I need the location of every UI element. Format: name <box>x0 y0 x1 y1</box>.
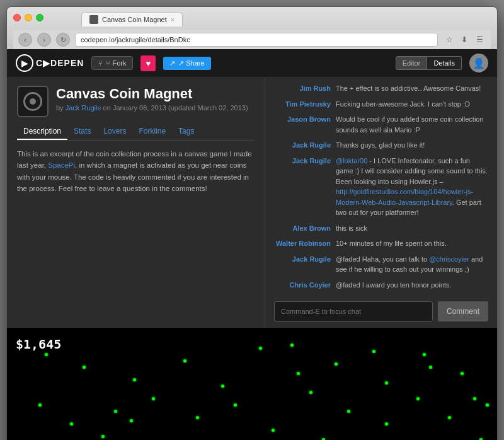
browser-tab[interactable]: Canvas Coin Magnet × <box>81 12 183 26</box>
fork-icon: ⑂ <box>98 59 103 67</box>
settings-icon[interactable]: ☰ <box>473 33 486 46</box>
comment-author: Tim Pietrusky <box>274 99 331 110</box>
pen-by: by <box>56 104 64 112</box>
coin <box>130 419 133 422</box>
comment-text: @faded Haha, you can talk to @chriscoyie… <box>336 254 488 275</box>
comment-author: Chris Coyier <box>274 280 331 291</box>
comment-author: Walter Robinson <box>274 238 331 249</box>
comments-list: Jim Rush The + effect is so addictive.. … <box>274 83 488 295</box>
howler-link[interactable]: http://goldfirestudios.com/blog/104/howl… <box>336 188 473 206</box>
coin <box>259 347 262 350</box>
comment-author: Alex Brown <box>274 223 331 234</box>
comment-submit-button[interactable]: Comment <box>438 301 488 321</box>
coin <box>133 378 136 381</box>
pen-description: This is an excerpt of the coin collectio… <box>17 148 255 195</box>
canvas-area[interactable]: $1,645 <box>7 328 497 440</box>
download-icon[interactable]: ⬇ <box>458 33 471 46</box>
comment-author: Jack Rugile <box>274 254 331 275</box>
pen-header: Canvas Coin Magnet by Jack Rugile on Jan… <box>17 86 255 117</box>
coin <box>152 397 155 400</box>
pen-title: Canvas Coin Magnet <box>56 86 248 102</box>
maximize-button[interactable] <box>36 14 43 21</box>
forward-button[interactable]: › <box>37 33 51 47</box>
pen-icon-dot <box>30 98 36 105</box>
coin <box>45 353 48 356</box>
minimize-button[interactable] <box>25 14 32 21</box>
left-panel: Canvas Coin Magnet by Jack Rugile on Jan… <box>7 77 265 328</box>
comment-item: Tim Pietrusky Fucking uber-awesome Jack.… <box>274 99 488 110</box>
pen-author-link[interactable]: Jack Rugile <box>66 104 101 112</box>
back-button[interactable]: ‹ <box>18 33 32 47</box>
comment-text: Fucking uber-awesome Jack. I can't stop … <box>336 99 470 110</box>
coin <box>309 391 312 394</box>
comment-text: The + effect is so addictive.. Awesome C… <box>336 83 481 94</box>
coin <box>429 366 432 369</box>
comment-input[interactable] <box>274 301 433 321</box>
comment-author: Jack Rugile <box>274 156 331 218</box>
tab-description[interactable]: Description <box>17 124 67 140</box>
fork-button[interactable]: ⑂ ⑂ Fork <box>91 56 133 70</box>
coin <box>347 410 350 413</box>
coin <box>83 366 86 369</box>
comment-item: Jack Rugile @loktar00 - I LOVE Infectona… <box>274 156 488 218</box>
address-input[interactable] <box>75 33 438 47</box>
cp-logo-icon: ▶ <box>16 54 33 72</box>
browser-icons: ☆ ⬇ ☰ <box>443 33 486 46</box>
comment-item: Jason Brown Would be cool if you added s… <box>274 114 488 135</box>
comment-text: this is sick <box>336 223 367 234</box>
pen-meta: by Jack Rugile on January 08, 2013 (upda… <box>56 104 248 112</box>
comment-author: Jim Rush <box>274 83 331 94</box>
coin <box>221 385 224 388</box>
comment-author: Jason Brown <box>274 114 331 135</box>
coin <box>272 429 275 432</box>
coin <box>196 416 199 419</box>
cp-header: ▶ C▶DEPEN ⑂ ⑂ Fork ♥ ↗ ↗ Share Editor De… <box>7 49 497 77</box>
star-icon[interactable]: ☆ <box>443 33 455 46</box>
comment-text: Thanks guys, glad you like it! <box>336 140 425 151</box>
tab-stats[interactable]: Stats <box>67 124 97 140</box>
details-button[interactable]: Details <box>427 56 462 70</box>
loktar-link[interactable]: @loktar00 <box>336 157 367 165</box>
user-avatar[interactable]: 👤 <box>469 54 488 72</box>
comment-author: Jack Rugile <box>274 140 331 151</box>
browser-chrome: Canvas Coin Magnet × ‹ › ↻ ☆ ⬇ ☰ <box>7 7 497 49</box>
comment-text: @faded I award you ten honor points. <box>336 280 452 291</box>
tab-lovers[interactable]: Lovers <box>97 124 132 140</box>
comment-text: @loktar00 - I LOVE Infectonator, such a … <box>336 156 488 218</box>
browser-window: Canvas Coin Magnet × ‹ › ↻ ☆ ⬇ ☰ ▶ C▶DEP… <box>6 6 498 440</box>
coin <box>335 362 338 366</box>
tab-title: Canvas Coin Magnet <box>102 16 167 23</box>
cp-logo: ▶ C▶DEPEN <box>16 54 84 72</box>
traffic-lights <box>13 14 43 21</box>
spacepi-link[interactable]: SpacePi <box>48 161 75 169</box>
comment-text: Would be cool if you added some coin col… <box>336 114 488 135</box>
coin <box>473 397 476 400</box>
main-content: Canvas Coin Magnet by Jack Rugile on Jan… <box>7 77 497 328</box>
comment-item: Walter Robinson 10+ minutes of my life s… <box>274 238 488 249</box>
refresh-button[interactable]: ↻ <box>56 33 70 47</box>
editor-button[interactable]: Editor <box>396 56 428 70</box>
tab-tags[interactable]: Tags <box>172 124 200 140</box>
comment-item: Chris Coyier @faded I award you ten hono… <box>274 280 488 291</box>
tab-forkline[interactable]: Forkline <box>132 124 172 140</box>
heart-button[interactable]: ♥ <box>140 55 156 71</box>
coin <box>385 381 388 385</box>
score-display: $1,645 <box>16 337 61 352</box>
share-button[interactable]: ↗ ↗ Share <box>163 57 210 70</box>
coin <box>183 359 186 362</box>
coin <box>101 435 105 438</box>
comment-input-row: Comment <box>274 301 488 321</box>
coin <box>423 353 426 356</box>
comment-item: Jim Rush The + effect is so addictive.. … <box>274 83 488 94</box>
heart-icon: ♥ <box>146 59 151 68</box>
tab-close-icon[interactable]: × <box>171 16 175 23</box>
address-bar-row: ‹ › ↻ ☆ ⬇ ☰ <box>13 30 491 49</box>
coin <box>448 416 451 419</box>
pen-thumbnail-icon <box>17 86 49 117</box>
chriscoyier-link[interactable]: @chriscoyier <box>429 255 469 263</box>
coin <box>486 403 489 407</box>
editor-details-toggle: Editor Details <box>396 56 462 70</box>
close-button[interactable] <box>13 14 21 21</box>
comment-text: 10+ minutes of my life spent on this. <box>336 238 447 249</box>
page: ▶ C▶DEPEN ⑂ ⑂ Fork ♥ ↗ ↗ Share Editor De… <box>7 49 497 440</box>
